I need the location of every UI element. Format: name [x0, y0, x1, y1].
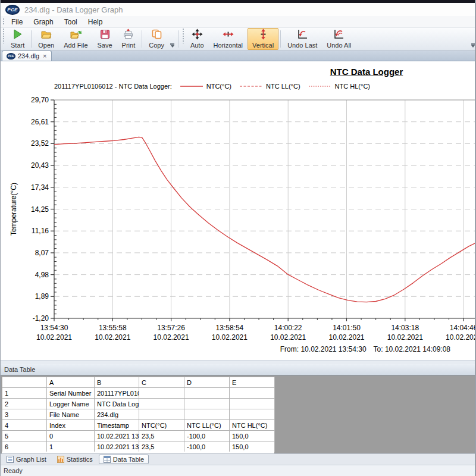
- table-cell[interactable]: 10.02.2021 13:...: [95, 441, 139, 452]
- menu-help[interactable]: Help: [83, 17, 108, 27]
- table-cell[interactable]: [139, 399, 184, 409]
- table-cell[interactable]: Serial Number: [47, 388, 95, 399]
- menu-file[interactable]: File: [6, 17, 28, 27]
- undo-last-label: Undo Last: [287, 42, 317, 49]
- table-cell[interactable]: [230, 399, 275, 409]
- table-row: 3File Name234.dlg: [2, 409, 275, 420]
- svg-text:14:04:46: 14:04:46: [450, 324, 476, 332]
- document-tab-strip: PCE 234.dlg ×: [1, 51, 476, 61]
- undo-last-button[interactable]: Undo Last: [283, 28, 322, 50]
- undo-all-button[interactable]: Undo All: [322, 28, 356, 50]
- auto-zoom-button[interactable]: Auto: [186, 28, 209, 50]
- menubar-grip[interactable]: [2, 18, 5, 26]
- table-cell[interactable]: [230, 409, 275, 420]
- add-file-button[interactable]: Add File: [59, 28, 92, 50]
- tab-statistics[interactable]: Statistics: [52, 455, 98, 464]
- save-button[interactable]: Save: [93, 28, 117, 50]
- vertical-zoom-button[interactable]: Vertical: [248, 28, 278, 50]
- table-cell[interactable]: NTC LL(°C): [184, 420, 230, 431]
- table-cell[interactable]: 23,5: [139, 431, 184, 441]
- panel-splitter[interactable]: [1, 360, 476, 364]
- print-button[interactable]: Print: [117, 28, 140, 50]
- statistics-icon: [57, 456, 64, 463]
- table-row: 1Serial Number201117YPL010...: [2, 388, 275, 399]
- legend-label: NTC(°C): [206, 83, 231, 90]
- legend-item-ntc-ll: NTC LL(°C): [240, 83, 300, 90]
- ntc-curve: [54, 137, 476, 302]
- table-cell[interactable]: 150,0: [230, 431, 275, 441]
- table-cell[interactable]: Logger Name: [47, 399, 95, 409]
- open-button[interactable]: Open: [33, 28, 59, 50]
- toolbar-grip-2[interactable]: [182, 28, 184, 43]
- graph-list-label: Graph List: [16, 456, 46, 463]
- legend-item-ntc-hl: NTC HL(°C): [309, 83, 370, 90]
- table-cell[interactable]: [230, 388, 275, 399]
- horizontal-label: Horizontal: [214, 42, 243, 49]
- column-header[interactable]: C: [139, 377, 184, 388]
- svg-text:26,61: 26,61: [31, 118, 49, 126]
- table-cell[interactable]: -100,0: [184, 441, 230, 452]
- svg-text:10.02.2021: 10.02.2021: [95, 333, 130, 342]
- column-header[interactable]: [2, 377, 47, 388]
- column-header[interactable]: A: [47, 377, 95, 388]
- table-cell[interactable]: -100,0: [184, 431, 230, 441]
- table-cell[interactable]: [139, 409, 184, 420]
- tab-data-table[interactable]: Data Table: [99, 455, 149, 464]
- svg-text:23,52: 23,52: [31, 139, 49, 148]
- row-header[interactable]: 1: [2, 388, 47, 399]
- data-table-panel-title: Data Table: [4, 366, 35, 373]
- row-header[interactable]: 3: [2, 409, 47, 420]
- chart-plot-area[interactable]: 29,7026,6123,5220,4317,3414,2511,168,074…: [1, 61, 476, 360]
- table-cell[interactable]: [139, 388, 184, 399]
- tab-close-icon[interactable]: ×: [42, 52, 46, 60]
- toolbar-overflow-right-icon[interactable]: [469, 28, 476, 50]
- svg-text:-1,20: -1,20: [33, 314, 49, 322]
- table-cell[interactable]: 1: [47, 441, 95, 452]
- chart-panel: 29,7026,6123,5220,4317,3414,2511,168,074…: [1, 61, 476, 360]
- table-cell[interactable]: NTC(°C): [139, 420, 184, 431]
- svg-text:13:58:54: 13:58:54: [216, 324, 244, 332]
- table-cell[interactable]: Index: [47, 420, 95, 431]
- data-table-grid: ABCDE1Serial Number201117YPL010...2Logge…: [2, 377, 274, 452]
- table-cell[interactable]: 150,0: [230, 441, 275, 452]
- row-header[interactable]: 6: [2, 441, 47, 452]
- horizontal-zoom-button[interactable]: Horizontal: [209, 28, 248, 50]
- table-cell[interactable]: NTC HL(°C): [230, 420, 275, 431]
- chart-title: NTC Data Logger: [330, 67, 403, 77]
- table-cell[interactable]: File Name: [47, 409, 95, 420]
- table-cell[interactable]: 234.dlg: [95, 409, 139, 420]
- title-bar: PCE 234.dlg - Data Logger Graph: [1, 3, 476, 16]
- row-header[interactable]: 2: [2, 399, 47, 409]
- menu-tool[interactable]: Tool: [59, 17, 83, 27]
- menu-graph[interactable]: Graph: [28, 17, 58, 27]
- svg-text:14:01:50: 14:01:50: [333, 324, 361, 332]
- tab-234dlg[interactable]: PCE 234.dlg ×: [2, 51, 52, 61]
- status-bar: Ready: [1, 465, 476, 476]
- row-header[interactable]: 4: [2, 420, 47, 431]
- column-header[interactable]: E: [230, 377, 275, 388]
- table-cell[interactable]: [184, 388, 230, 399]
- svg-text:10.02.2021: 10.02.2021: [328, 333, 364, 342]
- data-table-icon: [104, 456, 111, 463]
- table-cell[interactable]: [184, 399, 230, 409]
- print-label: Print: [122, 42, 136, 49]
- table-cell[interactable]: [184, 409, 230, 420]
- table-cell[interactable]: Timestamp: [95, 420, 139, 431]
- table-cell[interactable]: 23,5: [139, 441, 184, 452]
- svg-text:10.02.2021: 10.02.2021: [387, 333, 423, 342]
- table-cell[interactable]: NTC Data Logger: [95, 399, 139, 409]
- tab-graph-list[interactable]: Graph List: [2, 455, 51, 464]
- toolbar-grip-1[interactable]: [2, 28, 5, 43]
- toolbar-overflow-icon[interactable]: [169, 28, 176, 50]
- table-cell[interactable]: 0: [47, 431, 95, 441]
- table-cell[interactable]: 201117YPL010...: [95, 388, 139, 399]
- start-icon: [12, 29, 23, 41]
- column-header[interactable]: B: [95, 377, 139, 388]
- legend-label: NTC LL(°C): [266, 83, 300, 90]
- row-header[interactable]: 5: [2, 431, 47, 441]
- copy-button[interactable]: Copy: [144, 28, 169, 50]
- start-button[interactable]: Start: [6, 28, 29, 50]
- svg-text:14:00:22: 14:00:22: [274, 324, 302, 332]
- table-cell[interactable]: 10.02.2021 13:...: [95, 431, 139, 441]
- column-header[interactable]: D: [184, 377, 230, 388]
